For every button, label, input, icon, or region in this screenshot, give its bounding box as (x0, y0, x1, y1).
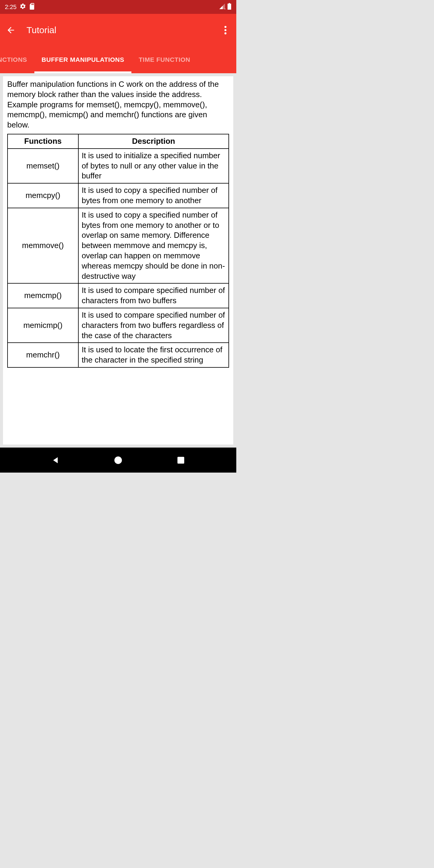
nav-home-button[interactable] (113, 455, 124, 466)
triangle-left-icon (51, 456, 60, 465)
nav-recent-button[interactable] (176, 455, 186, 466)
fn-name: memicmp() (7, 308, 79, 343)
table-row: memcpy() It is used to copy a specified … (7, 183, 229, 208)
svg-point-4 (115, 456, 122, 464)
page-title: Tutorial (27, 25, 218, 35)
nav-back-button[interactable] (50, 455, 61, 466)
intro-paragraph: Buffer manipulation functions in C work … (7, 79, 229, 130)
sd-card-icon (29, 3, 35, 11)
status-bar: 2:25 × (0, 0, 236, 14)
table-row: memicmp() It is used to compare specifie… (7, 308, 229, 343)
fn-desc: It is used to compare specified number o… (79, 283, 229, 308)
fn-desc: It is used to locate the first occurrenc… (79, 343, 229, 367)
header-description: Description (79, 134, 229, 149)
more-options-button[interactable] (218, 23, 233, 37)
table-header-row: Functions Description (7, 134, 229, 149)
functions-table: Functions Description memset() It is use… (7, 134, 229, 368)
table-body: memset() It is used to initialize a spec… (7, 149, 229, 367)
tab-time-functions[interactable]: TIME FUNCTION (131, 46, 197, 73)
status-right: × (219, 3, 231, 11)
status-time: 2:25 (5, 4, 17, 10)
fn-desc: It is used to initialize a specified num… (79, 149, 229, 183)
svg-text:×: × (224, 7, 225, 10)
fn-desc: It is used to copy a specified number of… (79, 183, 229, 208)
more-vert-icon (224, 25, 227, 35)
signal-icon: × (219, 3, 225, 11)
fn-name: memmove() (7, 208, 79, 284)
fn-name: memchr() (7, 343, 79, 367)
status-left: 2:25 (5, 3, 35, 11)
tab-on-functions[interactable]: ON FUNCTIONS (0, 46, 34, 73)
back-button[interactable] (4, 23, 18, 37)
header-functions: Functions (7, 134, 79, 149)
svg-point-1 (224, 26, 227, 28)
square-icon (176, 456, 185, 465)
fn-desc: It is used to compare specified number o… (79, 308, 229, 343)
table-row: memcmp() It is used to compare specified… (7, 283, 229, 308)
tab-buffer-manipulations[interactable]: BUFFER MANIPULATIONS (34, 46, 131, 73)
tab-bar: ON FUNCTIONS BUFFER MANIPULATIONS TIME F… (0, 46, 236, 73)
content-area: Buffer manipulation functions in C work … (0, 73, 236, 447)
fn-desc: It is used to copy a specified number of… (79, 208, 229, 284)
svg-rect-5 (178, 457, 184, 464)
fn-name: memcpy() (7, 183, 79, 208)
fn-name: memset() (7, 149, 79, 183)
table-row: memchr() It is used to locate the first … (7, 343, 229, 367)
svg-point-3 (224, 32, 227, 34)
content-card[interactable]: Buffer manipulation functions in C work … (3, 76, 233, 444)
gear-icon (20, 3, 26, 11)
app-bar: Tutorial (0, 14, 236, 46)
arrow-left-icon (6, 25, 16, 35)
table-row: memmove() It is used to copy a specified… (7, 208, 229, 284)
circle-icon (114, 456, 123, 465)
fn-name: memcmp() (7, 283, 79, 308)
battery-icon (227, 3, 231, 11)
svg-point-2 (224, 29, 227, 31)
navigation-bar (0, 447, 236, 472)
table-row: memset() It is used to initialize a spec… (7, 149, 229, 183)
